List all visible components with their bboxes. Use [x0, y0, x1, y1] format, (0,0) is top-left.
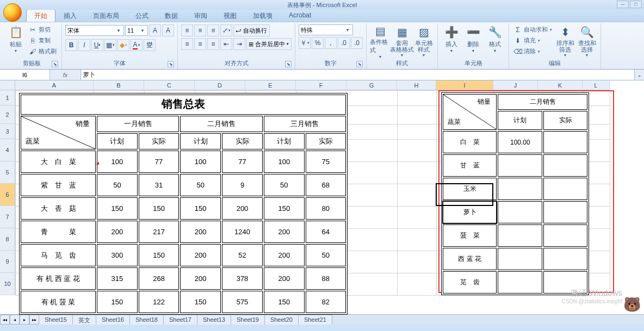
sheet-tab[interactable]: Sheet13: [197, 315, 231, 324]
ribbon-tab-插入[interactable]: 插入: [55, 9, 85, 22]
tab-nav-next[interactable]: ▸: [20, 315, 29, 324]
column-header[interactable]: D: [195, 80, 245, 90]
name-box[interactable]: I6: [0, 70, 50, 80]
sheet-tab[interactable]: 英文: [72, 315, 96, 324]
percent-button[interactable]: %: [312, 37, 324, 49]
column-header[interactable]: H: [397, 80, 436, 90]
insert-cells-button[interactable]: ➕插入▼: [441, 24, 462, 57]
dialog-launcher[interactable]: ⬊: [356, 61, 363, 67]
tab-nav-prev[interactable]: ◂: [10, 315, 20, 324]
row-header[interactable]: 8: [0, 228, 15, 251]
column-header[interactable]: B: [94, 80, 144, 90]
tab-nav-last[interactable]: ▸▸: [29, 315, 39, 324]
align-bottom-button[interactable]: ≡: [207, 24, 219, 36]
ribbon-tab-审阅[interactable]: 审阅: [186, 9, 215, 22]
ribbon-tab-公式[interactable]: 公式: [127, 9, 157, 22]
paste-button[interactable]: 📋 粘贴 ▼: [5, 24, 26, 57]
ribbon-tab-加载项[interactable]: 加载项: [245, 9, 281, 22]
column-header[interactable]: E: [245, 80, 296, 90]
column-header[interactable]: J: [493, 80, 538, 90]
font-size-combo[interactable]: 11▼: [125, 25, 148, 36]
decrease-indent-button[interactable]: ⇤: [220, 38, 232, 50]
bold-button[interactable]: B: [65, 39, 77, 51]
select-all-corner[interactable]: [0, 80, 15, 90]
ribbon-tab-页面布局[interactable]: 页面布局: [85, 9, 127, 22]
row-header[interactable]: 3: [0, 124, 15, 139]
sheet-tab[interactable]: Sheet20: [264, 315, 299, 324]
formula-input[interactable]: 萝卜: [81, 70, 634, 80]
dialog-launcher[interactable]: ⬊: [168, 61, 174, 67]
format-painter-button[interactable]: 🖌格式刷: [27, 46, 58, 57]
font-color-button[interactable]: A: [131, 39, 143, 51]
worksheet-grid[interactable]: ABCDEFGHIJKL 12345678910 销售总表 销量 蔬菜 一月销售…: [0, 80, 644, 314]
column-header[interactable]: L: [583, 80, 610, 90]
increase-indent-button[interactable]: ⇥: [233, 38, 245, 50]
row-header[interactable]: 1: [0, 90, 15, 105]
align-top-button[interactable]: ≡: [181, 24, 193, 36]
cell-styles-button[interactable]: ▨单元格 样式▼: [413, 24, 434, 57]
sheet-tab[interactable]: Sheet18: [129, 315, 164, 324]
dialog-launcher[interactable]: ⬊: [285, 61, 292, 67]
column-header[interactable]: F: [296, 80, 346, 90]
ribbon-tab-视图[interactable]: 视图: [215, 9, 245, 22]
column-header[interactable]: I: [436, 80, 493, 90]
restore-button[interactable]: □: [630, 1, 642, 8]
minimize-button[interactable]: ─: [617, 1, 629, 8]
delete-cells-button[interactable]: ➖删除▼: [463, 24, 484, 57]
row-header[interactable]: 2: [0, 105, 15, 124]
row-header[interactable]: 7: [0, 206, 15, 228]
ribbon-tab-Acrobat[interactable]: Acrobat: [281, 9, 319, 22]
sort-filter-button[interactable]: ⬍排序和 筛选▼: [555, 24, 575, 57]
orientation-button[interactable]: ⤢: [220, 24, 232, 36]
clear-button[interactable]: ⌫清除▾: [512, 46, 554, 57]
format-as-table-button[interactable]: ▦套用 表格格式▼: [392, 24, 412, 57]
align-center-button[interactable]: ≡: [194, 38, 206, 50]
increase-decimal-button[interactable]: .0: [338, 37, 350, 49]
fill-button[interactable]: ⬇填充▾: [512, 35, 554, 46]
autosum-button[interactable]: Σ自动求和▾: [512, 24, 554, 35]
align-right-button[interactable]: ≡: [207, 38, 219, 50]
align-middle-button[interactable]: ≡: [194, 24, 206, 36]
merge-center-button[interactable]: ⊞合并后居中▾: [246, 38, 292, 50]
font-name-combo[interactable]: 宋体▼: [65, 25, 124, 36]
row-header[interactable]: 5: [0, 161, 15, 184]
ribbon-tab-开始[interactable]: 开始: [26, 9, 55, 22]
copy-button[interactable]: ⎘复制: [27, 35, 58, 46]
row-header[interactable]: 9: [0, 251, 15, 273]
sheet-tab[interactable]: Sheet21: [298, 315, 332, 324]
sheet-tab[interactable]: Sheet15: [39, 315, 73, 324]
fill-color-button[interactable]: ◆: [117, 39, 129, 51]
fx-icon[interactable]: fx: [63, 72, 68, 78]
sheet-tab[interactable]: Sheet19: [231, 315, 265, 324]
shrink-font-button[interactable]: A: [162, 24, 174, 36]
conditional-format-button[interactable]: ▤条件格式▼: [370, 24, 391, 57]
column-header[interactable]: C: [144, 80, 195, 90]
grow-font-button[interactable]: A: [149, 24, 161, 36]
decrease-decimal-button[interactable]: .0: [351, 37, 363, 49]
column-header[interactable]: K: [538, 80, 583, 90]
expand-formula-button[interactable]: ⌄: [634, 70, 644, 80]
tab-nav-first[interactable]: ◂◂: [0, 315, 10, 324]
column-header[interactable]: G: [346, 80, 397, 90]
row-header[interactable]: 6: [0, 184, 15, 206]
align-left-button[interactable]: ≡: [181, 38, 193, 50]
ribbon-tab-数据[interactable]: 数据: [157, 9, 186, 22]
borders-button[interactable]: ▦: [104, 39, 116, 51]
row-header[interactable]: 10: [0, 273, 15, 295]
sheet-tab[interactable]: Sheet16: [96, 315, 130, 324]
office-button[interactable]: [3, 3, 22, 22]
underline-button[interactable]: U▾: [91, 39, 103, 51]
phonetic-button[interactable]: 燮: [144, 39, 156, 51]
number-format-combo[interactable]: 特殊▼: [299, 24, 353, 35]
row-header[interactable]: 4: [0, 139, 15, 161]
italic-button[interactable]: I: [78, 39, 90, 51]
accounting-button[interactable]: ￥: [299, 37, 311, 49]
column-header[interactable]: A: [15, 80, 94, 90]
dialog-launcher[interactable]: ⬊: [52, 61, 58, 67]
format-cells-button[interactable]: 🔧格式▼: [485, 24, 505, 57]
find-select-button[interactable]: 🔍查找和 选择▼: [577, 24, 597, 57]
sheet-tab[interactable]: Sheet17: [163, 315, 197, 324]
cut-button[interactable]: ✂剪切: [27, 24, 58, 35]
comma-button[interactable]: ,: [325, 37, 337, 49]
wrap-text-button[interactable]: ⮐自动换行: [233, 24, 270, 36]
